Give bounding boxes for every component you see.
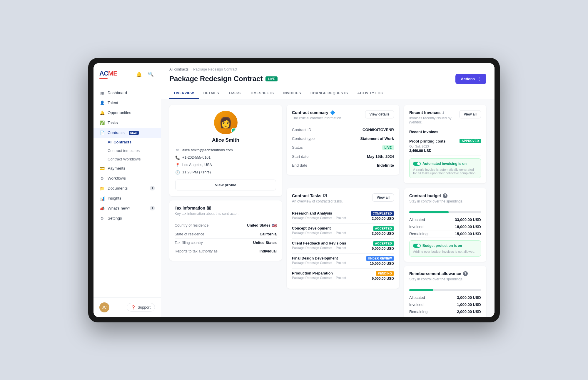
tax-row-state: State of residence California: [175, 230, 277, 239]
sidebar-logo: ACME 🔔 🔍: [93, 63, 161, 84]
tax-info-title: Tax information 🏛: [175, 206, 238, 210]
settings-icon: ⚙: [99, 216, 105, 221]
tab-activity-log[interactable]: ACTIVITY LOG: [353, 88, 388, 99]
sidebar-item-whats-new[interactable]: 📣 What's new? 1: [93, 203, 161, 213]
contract-tasks-subtitle: An overview of contracted tasks.: [292, 199, 343, 203]
sidebar-item-workflows[interactable]: ⚙ Workflows: [93, 173, 161, 183]
budget-bar: [409, 211, 481, 213]
sidebar-item-insights[interactable]: 📊 Insights: [93, 193, 161, 203]
budget-invoiced-row: Invoiced 18,000.00 USD: [409, 223, 481, 230]
tax-row-filling-country: Tax filling country United States: [175, 239, 277, 247]
budget-area: Contract budget ? Stay in control over t…: [404, 188, 486, 317]
invoices-info-icon: ℹ: [442, 111, 444, 115]
reimbursement-card: Reimbursement allowance ? Stay in contro…: [404, 266, 486, 317]
task-badge-1: ACCEPTED: [373, 226, 394, 231]
phone-icon: 📞: [175, 155, 180, 160]
invoice-row-proof-printing: Proof printing costs APPROVED Oct 3rd, 2…: [409, 136, 481, 155]
opportunities-icon: 🔔: [99, 111, 105, 115]
contractor-info: ✉ alice.smith@techsolutions.com 📞 +1-202…: [175, 147, 276, 176]
notification-icon[interactable]: 🔔: [135, 70, 143, 78]
auto-invoice-notice: Automated invoicing is on A single invoi…: [409, 158, 481, 178]
reimbursement-title: Reimbursement allowance ?: [409, 271, 468, 276]
reimbursement-info-icon: ?: [463, 271, 468, 276]
tab-tasks[interactable]: TASKS: [224, 88, 245, 99]
task-row-1: Concept Development Package Redesign Con…: [292, 224, 394, 239]
user-avatar: JC: [99, 302, 109, 312]
reimbursement-subtitle: Stay in control over the spendings.: [409, 277, 468, 281]
budget-bar-fill: [409, 211, 449, 213]
sidebar-item-dashboard[interactable]: ▦ Dashboard: [93, 88, 161, 98]
contract-tasks-view-btn[interactable]: View all: [372, 193, 394, 202]
task-badge-3: UNDER REVIEW: [366, 256, 394, 261]
tax-info-subtitle: Key tax information about this contracto…: [175, 212, 238, 216]
page-title: Package Redesign Contract LIVE: [169, 75, 278, 83]
tab-overview[interactable]: OVERVIEW: [169, 88, 199, 99]
recent-invoices-card: Recent Invoices ℹ Invoices recently issu…: [404, 105, 486, 183]
status-live-badge: LIVE: [382, 145, 394, 150]
tasks-check-icon: ☑: [323, 193, 327, 198]
tab-invoices[interactable]: INVOICES: [278, 88, 306, 99]
logo-underline: [99, 78, 108, 79]
sidebar-item-opportunities[interactable]: 🔔 Opportunities: [93, 108, 161, 118]
tax-info-card: Tax information 🏛 Key tax information ab…: [169, 200, 282, 261]
tasks-icon: ✅: [99, 120, 105, 125]
task-row-4: Production Preparation Package Redesign …: [292, 269, 394, 283]
tabs: OVERVIEW DETAILS TASKS TIMESHEETS INVOIC…: [169, 88, 486, 99]
sidebar-item-contracts[interactable]: 📄 Contracts NEW!: [93, 128, 161, 138]
contract-summary-view-btn[interactable]: View details: [365, 110, 394, 118]
reimbursement-bar-fill: [409, 289, 433, 291]
contractor-email-row: ✉ alice.smith@techsolutions.com: [175, 147, 276, 154]
talent-icon: 👤: [99, 101, 105, 105]
task-badge-0: COMPLETED: [371, 211, 394, 216]
breadcrumb-parent[interactable]: All contracts: [169, 67, 188, 71]
invoice-approved-badge: APPROVED: [460, 139, 481, 143]
support-button[interactable]: ❓ Support: [127, 303, 155, 312]
status-badge: LIVE: [265, 76, 277, 81]
search-icon[interactable]: 🔍: [147, 70, 155, 78]
sidebar-nav: ▦ Dashboard 👤 Talent 🔔 Opportunities ✅ T…: [93, 84, 161, 297]
contract-summary-subtitle: The crucial contract information.: [292, 116, 342, 120]
sidebar-footer: JC ❓ Support: [93, 297, 161, 317]
actions-button[interactable]: Actions ⋮: [455, 74, 486, 84]
summary-icon: 🔷: [330, 110, 335, 115]
us-flag-icon: 🇺🇸: [272, 223, 277, 228]
contract-budget-subtitle: Stay in control over the spendings.: [409, 199, 463, 203]
view-profile-button[interactable]: View profile: [175, 180, 276, 190]
contract-tasks-title: Contract Tasks ☑: [292, 193, 343, 198]
whats-new-icon: 📣: [99, 206, 105, 211]
budget-protection-notice: Budget protection is on Adding over-budg…: [409, 240, 481, 257]
insights-icon: 📊: [99, 196, 105, 201]
contracts-badge: NEW!: [129, 131, 139, 135]
tab-timesheets[interactable]: TIMESHEETS: [245, 88, 279, 99]
documents-badge: 1: [150, 186, 155, 190]
main-content: All contracts › Package Redesign Contrac…: [161, 63, 495, 317]
recent-invoices-view-btn[interactable]: View all: [459, 110, 481, 118]
tax-icon: 🏛: [207, 206, 211, 210]
summary-row-contract-type: Contract type Statement of Work: [292, 134, 394, 143]
reimbursement-remaining-row: Remaining 2,000.00 USD: [409, 308, 481, 315]
contractor-time-row: 🕐 11:23 PM (+1hrs): [175, 169, 276, 176]
logo: ACME: [99, 70, 117, 77]
sidebar-item-talent[interactable]: 👤 Talent: [93, 98, 161, 108]
contracts-icon: 📄: [99, 130, 105, 135]
sidebar-item-contract-templates[interactable]: Contract templates: [93, 146, 161, 155]
recent-invoices-section-label: Recent Invoices: [409, 130, 481, 134]
tab-details[interactable]: DETAILS: [199, 88, 224, 99]
breadcrumb-current: Package Redesign Contract: [193, 67, 237, 71]
reimbursement-header: Reimbursement allowance ? Stay in contro…: [409, 271, 481, 285]
tax-info-header: Tax information 🏛 Key tax information ab…: [175, 206, 277, 220]
sidebar-item-tasks[interactable]: ✅ Tasks: [93, 118, 161, 128]
sidebar-item-payments[interactable]: 💳 Payments: [93, 163, 161, 173]
summary-row-status: Status LIVE: [292, 143, 394, 152]
sidebar-item-documents[interactable]: 📁 Documents 1: [93, 183, 161, 193]
sidebar-item-all-contracts[interactable]: All Contracts: [93, 138, 161, 146]
whats-new-badge: 1: [150, 206, 155, 210]
sidebar-item-settings[interactable]: ⚙ Settings: [93, 213, 161, 223]
email-icon: ✉: [175, 148, 180, 153]
budget-remaining-row: Remaining 15,000.00 USD: [409, 230, 481, 237]
summary-row-start-date: Start date May 15th, 2024: [292, 152, 394, 161]
sidebar-item-contract-workflows[interactable]: Contract Workflows: [93, 155, 161, 163]
tab-change-requests[interactable]: CHANGE REQUESTS: [306, 88, 353, 99]
task-row-0: Research and Analysis Package Redesign C…: [292, 209, 394, 224]
payments-icon: 💳: [99, 166, 105, 171]
